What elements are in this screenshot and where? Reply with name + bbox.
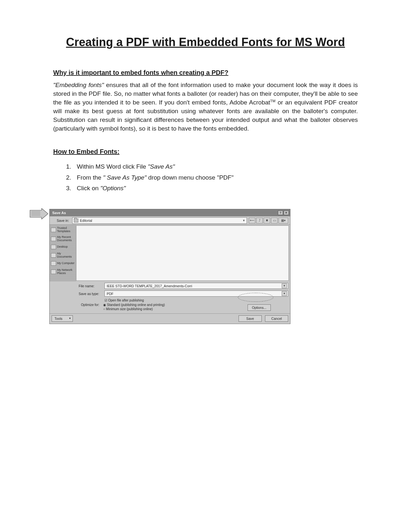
- page-title: Creating a PDF with Embedded Fonts for M…: [53, 35, 358, 49]
- place-trusted-templates[interactable]: Trusted Templates: [50, 226, 75, 233]
- save-as-dialog: Save As ? ✕ Save in: Editorial ▼ ⟵ ⤴ ✖: [49, 209, 290, 324]
- cancel-button[interactable]: Cancel: [265, 315, 288, 322]
- lead-italic: "Embedding fonts": [53, 82, 104, 88]
- step-text: Click on: [77, 185, 100, 192]
- step-number: 2.: [66, 173, 75, 182]
- step-text: From the: [77, 174, 103, 181]
- optimize-minimum-radio[interactable]: Minimum size (publishing online): [103, 307, 165, 311]
- save-in-row: Save in: Editorial ▼ ⟵ ⤴ ✖ ▭ ▦▾: [50, 216, 290, 225]
- desktop-icon: [51, 245, 56, 249]
- checkbox-label: Open file after publishing: [108, 299, 144, 302]
- place-label: My Documents: [57, 252, 75, 258]
- step-text-post: drop down menu choose "PDF": [147, 174, 234, 181]
- step-number: 1.: [66, 162, 75, 171]
- callout-arrow-icon: [29, 208, 49, 219]
- trademark-superscript: TM: [270, 99, 275, 103]
- step-item: 1. Within MS Word click File "Save As": [66, 162, 358, 171]
- delete-icon[interactable]: ✖: [264, 218, 270, 223]
- why-paragraph: "Embedding fonts" ensures that all of th…: [53, 81, 358, 133]
- save-as-type-dropdown[interactable]: PDF ▼: [104, 291, 288, 297]
- step-item: 2. From the " Save As Type" drop down me…: [66, 173, 358, 182]
- step-item: 3. Click on "Options": [66, 183, 358, 193]
- file-name-label: File name:: [79, 284, 103, 288]
- place-desktop[interactable]: Desktop: [50, 244, 75, 250]
- radio-label: Standard (publishing online and printing…: [107, 303, 165, 307]
- chevron-down-icon[interactable]: ▼: [282, 283, 287, 288]
- step-text: Within MS Word click File: [77, 163, 148, 170]
- chevron-down-icon: ▼: [69, 317, 71, 320]
- options-button[interactable]: Options...: [248, 304, 271, 311]
- dialog-title: Save As: [52, 211, 66, 215]
- folder-icon: [51, 237, 56, 241]
- chevron-down-icon[interactable]: ▼: [282, 291, 287, 296]
- optimize-standard-radio[interactable]: Standard (publishing online and printing…: [103, 303, 165, 307]
- save-as-type-value: PDF: [107, 292, 113, 296]
- tools-button[interactable]: Tools ▼: [52, 315, 73, 322]
- save-in-dropdown[interactable]: Editorial ▼: [72, 217, 247, 224]
- save-button[interactable]: Save: [239, 315, 262, 322]
- save-in-label: Save in:: [52, 219, 70, 222]
- save-as-screenshot: Save As ? ✕ Save in: Editorial ▼ ⟵ ⤴ ✖: [31, 209, 292, 324]
- place-recent-documents[interactable]: My Recent Documents: [50, 235, 75, 242]
- views-icon[interactable]: ▦▾: [279, 218, 288, 223]
- place-label: My Recent Documents: [57, 236, 75, 242]
- up-one-level-icon[interactable]: ⤴: [256, 218, 263, 223]
- place-label: My Network Places: [57, 269, 75, 275]
- tools-label: Tools: [54, 317, 63, 320]
- step-italic: "Save As": [148, 163, 175, 170]
- radio-label: Minimum size (publishing online): [106, 307, 153, 311]
- close-icon[interactable]: ✕: [284, 211, 289, 215]
- svg-marker-0: [30, 208, 48, 219]
- file-name-input[interactable]: IEEE STD-WORD TEMPLATE_2017_Amendments-C…: [104, 283, 288, 289]
- optimize-for-label: Optimize for:: [79, 303, 101, 307]
- step-italic: "Options": [100, 185, 126, 192]
- dialog-titlebar: Save As ? ✕: [50, 209, 290, 216]
- place-my-computer[interactable]: My Computer: [50, 261, 75, 266]
- places-bar: Trusted Templates My Recent Documents De…: [50, 225, 76, 281]
- place-label: Desktop: [57, 245, 68, 248]
- bottom-panel: File name: IEEE STD-WORD TEMPLATE_2017_A…: [50, 281, 290, 313]
- folder-icon: [74, 219, 78, 222]
- place-my-documents[interactable]: My Documents: [50, 251, 75, 259]
- help-icon[interactable]: ?: [278, 211, 283, 215]
- folder-icon: [51, 228, 56, 232]
- back-icon[interactable]: ⟵: [249, 218, 255, 223]
- place-my-network[interactable]: My Network Places: [50, 268, 75, 275]
- save-as-type-label: Save as type:: [79, 292, 103, 296]
- section-why-heading: Why is it important to embed fonts when …: [53, 69, 358, 76]
- step-italic: " Save As Type": [103, 174, 147, 181]
- file-list-area[interactable]: [76, 225, 289, 281]
- save-in-value: Editorial: [80, 219, 92, 222]
- place-label: My Computer: [57, 262, 74, 265]
- place-label: Trusted Templates: [57, 227, 75, 233]
- network-icon: [51, 270, 56, 274]
- open-after-publishing-checkbox[interactable]: Open file after publishing: [104, 298, 288, 303]
- section-how-heading: How to Embed Fonts:: [53, 148, 358, 155]
- new-folder-icon[interactable]: ▭: [271, 218, 278, 223]
- chevron-down-icon: ▼: [242, 219, 245, 222]
- folder-icon: [51, 253, 56, 258]
- steps-list: 1. Within MS Word click File "Save As" 2…: [53, 162, 358, 193]
- file-name-value: IEEE STD-WORD TEMPLATE_2017_Amendments-C…: [107, 284, 192, 288]
- step-number: 3.: [66, 183, 75, 193]
- computer-icon: [51, 261, 56, 266]
